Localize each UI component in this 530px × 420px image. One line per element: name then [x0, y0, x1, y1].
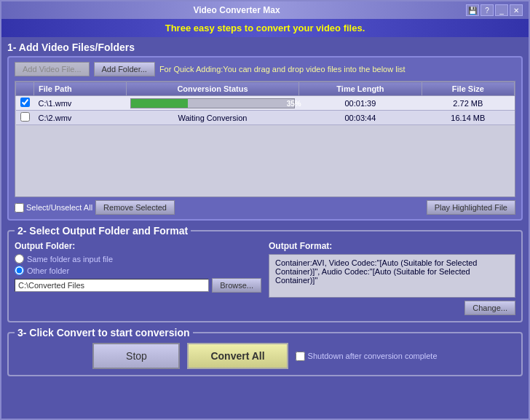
window-title: Video Converter Max	[7, 5, 466, 15]
table-row: C:\2.wmv Waiting Conversion 00:03:44 16.…	[16, 111, 515, 125]
step2-content: Output Folder: Same folder as input file…	[15, 241, 515, 315]
change-format-button[interactable]: Change...	[464, 301, 515, 315]
step2-fieldset: 2- Select Output Folder and Format Outpu…	[7, 225, 523, 322]
output-format-label: Output Format:	[269, 241, 515, 251]
same-folder-radio[interactable]	[15, 254, 24, 264]
save-button[interactable]: 💾	[466, 4, 479, 16]
left-table-controls: Select/Unselect All Remove Selected	[15, 200, 175, 215]
other-folder-radio[interactable]	[15, 266, 24, 275]
row2-status: Waiting Conversion	[126, 111, 298, 125]
remove-selected-button[interactable]: Remove Selected	[95, 200, 175, 215]
select-all-checkbox[interactable]	[15, 203, 24, 213]
main-window: Video Converter Max 💾 ? _ ✕ Three easy s…	[0, 0, 530, 420]
shutdown-option[interactable]: Shutdown after conversion complete	[296, 352, 438, 361]
output-folder-label: Output Folder:	[15, 241, 261, 251]
step1-section: 1- Add Video Files/Folders Add Video Fil…	[7, 41, 523, 221]
row1-file-path: C:\1.wmv	[34, 96, 127, 111]
quick-add-hint: For Quick Adding:You can drag and drop v…	[159, 65, 406, 74]
step1-buttons-row: Add Video File... Add Folder... For Quic…	[15, 62, 515, 76]
row2-checkbox[interactable]	[20, 112, 30, 122]
row2-size: 16.14 MB	[422, 111, 514, 125]
select-all-label[interactable]: Select/Unselect All	[15, 203, 92, 213]
same-folder-text: Same folder as input file	[27, 255, 113, 264]
browse-button[interactable]: Browse...	[212, 278, 261, 293]
step2-legend: 2- Select Output Folder and Format	[15, 225, 191, 237]
main-content: 1- Add Video Files/Folders Add Video Fil…	[1, 37, 529, 419]
close-button[interactable]: ✕	[510, 4, 523, 16]
convert-all-button[interactable]: Convert All	[187, 343, 288, 369]
step1-header: 1- Add Video Files/Folders	[7, 41, 523, 53]
step3-section: 3- Click Convert to start conversion Sto…	[7, 327, 523, 376]
col-time-length: Time Length	[299, 82, 422, 96]
row1-status: 35%	[126, 96, 298, 111]
table-row: C:\1.wmv 35% 00:01:39 2.72 MB	[16, 96, 515, 111]
row1-checkbox[interactable]	[20, 98, 30, 107]
stop-button[interactable]: Stop	[92, 343, 180, 369]
row2-file-path: C:\2.wmv	[34, 111, 127, 125]
other-folder-option[interactable]: Other folder	[15, 266, 261, 275]
play-highlighted-button[interactable]: Play Highlighted File	[427, 200, 515, 215]
add-video-file-button[interactable]: Add Video File...	[15, 62, 90, 76]
select-all-text: Select/Unselect All	[26, 203, 92, 212]
banner-text: Three easy steps to convert your video f…	[165, 23, 365, 33]
row1-size: 2.72 MB	[422, 96, 514, 111]
file-table: File Path Conversion Status Time Length …	[15, 82, 515, 125]
output-format-panel: Output Format: Container:AVI, Video Code…	[269, 241, 515, 315]
file-table-container: File Path Conversion Status Time Length …	[15, 81, 515, 197]
shutdown-label: Shutdown after conversion complete	[308, 352, 438, 360]
step3-legend: 3- Click Convert to start conversion	[15, 327, 193, 338]
table-controls: Select/Unselect All Remove Selected Play…	[15, 200, 515, 215]
same-folder-option[interactable]: Same folder as input file	[15, 254, 261, 264]
folder-input-row: Browse...	[15, 278, 261, 293]
format-description: Container:AVI, Video Codec:"[Auto (Suita…	[269, 254, 515, 298]
change-btn-row: Change...	[269, 301, 515, 315]
col-file-size: File Size	[422, 82, 514, 96]
col-file-path: File Path	[34, 82, 127, 96]
step2-section: 2- Select Output Folder and Format Outpu…	[7, 225, 523, 322]
banner: Three easy steps to convert your video f…	[1, 19, 529, 37]
window-controls: 💾 ? _ ✕	[466, 4, 523, 16]
folder-path-input[interactable]	[15, 279, 209, 292]
step3-fieldset: 3- Click Convert to start conversion Sto…	[7, 327, 523, 376]
minimize-button[interactable]: _	[495, 4, 508, 16]
title-bar: Video Converter Max 💾 ? _ ✕	[1, 1, 529, 19]
step3-controls: Stop Convert All Shutdown after conversi…	[15, 343, 515, 369]
col-conversion-status: Conversion Status	[126, 82, 298, 96]
output-folder-panel: Output Folder: Same folder as input file…	[15, 241, 261, 315]
row2-time: 00:03:44	[299, 111, 422, 125]
help-button[interactable]: ?	[480, 4, 494, 16]
add-folder-button[interactable]: Add Folder...	[94, 62, 155, 76]
shutdown-checkbox[interactable]	[296, 352, 305, 361]
other-folder-text: Other folder	[27, 266, 69, 275]
